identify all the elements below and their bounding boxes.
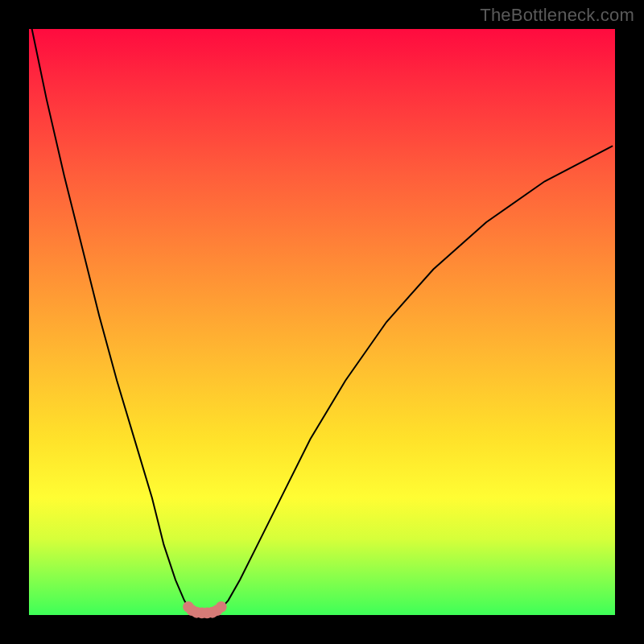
- valley-dots-group: [183, 601, 227, 618]
- chart-frame: TheBottleneck.com: [0, 0, 644, 644]
- curve-left-path: [32, 29, 191, 610]
- curve-right-path: [220, 147, 613, 611]
- plot-area: [29, 29, 615, 615]
- svg-point-7: [216, 601, 227, 613]
- watermark-label: TheBottleneck.com: [480, 5, 634, 26]
- chart-svg: [29, 29, 615, 615]
